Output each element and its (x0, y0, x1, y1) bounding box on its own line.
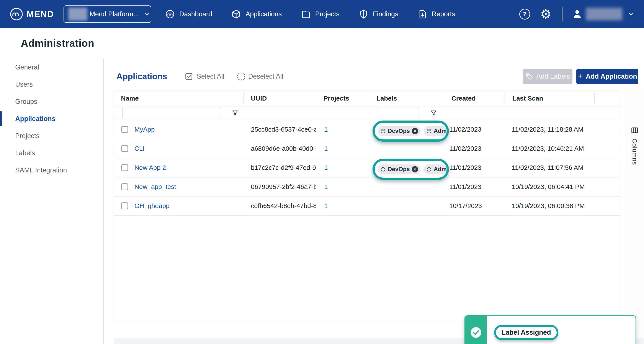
column-header-created[interactable]: Created (444, 91, 504, 106)
org-selector-label: Mend Platform... (90, 10, 139, 18)
add-labels-label: Add Labels (536, 73, 570, 80)
table-row: GH_gheapp cefb6542-b8eb-47bd-8 1 10/17/2… (114, 197, 620, 216)
projects-count-link[interactable]: 1 (324, 202, 328, 209)
labels-cell (368, 178, 444, 196)
nav-item-label: Applications (246, 10, 282, 18)
created-value: 11/01/2023 (444, 164, 504, 171)
row-checkbox[interactable] (121, 164, 128, 171)
deselect-all-label: Deselect All (248, 73, 284, 80)
select-all-button[interactable]: Select All (184, 72, 224, 81)
nav-item-applications[interactable]: Applications (231, 9, 282, 19)
label-chip-devops[interactable]: DevOps × (378, 164, 421, 175)
page-body: General Users Groups Applications Projec… (0, 59, 644, 344)
labels-highlight-ring: DevOps × Adm (372, 120, 449, 142)
deselect-all-button[interactable]: Deselect All (238, 73, 284, 80)
column-header-name[interactable]: Name (114, 91, 243, 106)
labels-cell: DevOps × Adm (368, 120, 444, 139)
sidebar-item-projects[interactable]: Projects (0, 127, 104, 144)
app-name-link[interactable]: MyApp (134, 126, 154, 133)
content-area: Applications Select All Deselect All (104, 59, 644, 344)
uuid-value: cefb6542-b8eb-47bd-8 (243, 202, 316, 210)
created-value: 11/02/2023 (444, 145, 504, 152)
last-scan-value: 10/19/2023, 06:00:38 PM (504, 202, 594, 210)
nav-item-label: Findings (373, 10, 398, 18)
sidebar-item-label: General (15, 63, 39, 71)
nav-item-findings[interactable]: Findings (359, 9, 398, 19)
projects-count-link[interactable]: 1 (324, 126, 328, 133)
add-application-button[interactable]: + Add Application (576, 69, 638, 84)
sidebar-item-general[interactable]: General (0, 59, 104, 76)
cube-icon (426, 128, 432, 134)
sidebar-item-groups[interactable]: Groups (0, 93, 104, 110)
remove-label-icon[interactable]: × (412, 128, 418, 134)
table-filter-row (114, 106, 620, 120)
cube-icon (426, 166, 432, 172)
settings-gear-icon[interactable]: ⚙ (530, 8, 552, 21)
projects-count-link[interactable]: 1 (324, 145, 328, 152)
column-header-last-scan[interactable]: Last Scan (504, 91, 594, 106)
plus-icon: + (578, 72, 583, 80)
nav-item-reports[interactable]: Reports (418, 9, 455, 19)
sidebar-item-saml-integration[interactable]: SAML Integration (0, 161, 104, 179)
help-icon[interactable]: ? (519, 9, 530, 20)
column-header-uuid[interactable]: UUID (243, 91, 316, 106)
main-nav: Dashboard Applications Projects Findings (165, 9, 455, 19)
gear-glyph: ⚙ (540, 8, 552, 21)
filter-funnel-icon[interactable] (231, 109, 239, 117)
table-row: CLI a6809d6e-a00b-40d0-b 1 11/02/2023 11… (114, 139, 620, 158)
filter-funnel-icon[interactable] (430, 109, 437, 117)
nav-item-dashboard[interactable]: Dashboard (165, 9, 212, 19)
sidebar-item-label: Labels (15, 149, 35, 157)
sidebar-item-label: Users (15, 81, 33, 88)
row-checkbox[interactable] (121, 126, 128, 133)
org-selector[interactable]: Mend Platform... (64, 6, 151, 23)
sidebar-item-users[interactable]: Users (0, 76, 104, 93)
row-checkbox[interactable] (121, 202, 128, 209)
label-chip-admin[interactable]: Adm (424, 164, 447, 175)
label-chip-devops[interactable]: DevOps × (378, 126, 421, 136)
add-application-label: Add Application (586, 73, 637, 80)
redacted-user-name (586, 8, 622, 21)
page-title: Administration (21, 37, 94, 49)
nav-item-projects[interactable]: Projects (301, 9, 340, 19)
label-chip-admin[interactable]: Adm (424, 126, 447, 136)
labels-highlight-ring: DevOps × Adm (372, 159, 449, 180)
nav-item-label: Dashboard (179, 10, 212, 18)
row-checkbox[interactable] (121, 145, 128, 152)
deselect-all-icon (238, 73, 245, 80)
user-menu[interactable] (572, 8, 634, 21)
section-actions: Add Labels + Add Application (523, 69, 638, 84)
nav-item-label: Reports (432, 10, 455, 18)
projects-count-link[interactable]: 1 (324, 164, 328, 171)
columns-panel-toggle[interactable]: Columns (625, 89, 644, 338)
labels-cell (368, 139, 444, 158)
sidebar-item-label: Applications (15, 115, 56, 123)
table-row: MyApp 25cc8cd3-6537-4ce0-af 1 DevOps × (114, 120, 620, 139)
section-title: Applications (116, 72, 167, 81)
table-row: New_app_test 06790957-2bf2-46a7-b 1 11/0… (114, 178, 620, 197)
created-value: 11/02/2023 (444, 126, 504, 133)
app-name-link[interactable]: CLI (134, 145, 145, 152)
table-row: New App 2 b17c2c7c-d2f9-47ed-90 1 DevOps… (114, 158, 620, 178)
app-name-link[interactable]: GH_gheapp (134, 202, 170, 209)
row-checkbox[interactable] (121, 183, 128, 190)
remove-label-icon[interactable]: × (412, 166, 418, 173)
label-chip-text: DevOps (388, 128, 410, 134)
nav-item-label: Projects (315, 10, 340, 18)
name-filter-input[interactable] (122, 108, 222, 118)
app-name-link[interactable]: New_app_test (134, 183, 176, 190)
app-name-link[interactable]: New App 2 (134, 164, 166, 171)
add-labels-button[interactable]: Add Labels (523, 69, 572, 84)
label-chip-text: Adm (434, 166, 447, 173)
sidebar-item-labels[interactable]: Labels (0, 144, 104, 161)
column-header-projects[interactable]: Projects (316, 91, 368, 106)
projects-count-link[interactable]: 1 (324, 183, 328, 190)
labels-filter-input[interactable] (377, 108, 419, 118)
created-value: 11/01/2023 (444, 183, 504, 191)
top-navbar: MEND Mend Platform... Dashboard Applicat… (0, 0, 644, 28)
toast-body: Label Assigned (487, 316, 636, 344)
tag-icon (526, 73, 533, 80)
column-header-labels[interactable]: Labels (368, 91, 444, 106)
user-avatar-icon (572, 9, 583, 20)
sidebar-item-applications[interactable]: Applications (0, 110, 104, 127)
